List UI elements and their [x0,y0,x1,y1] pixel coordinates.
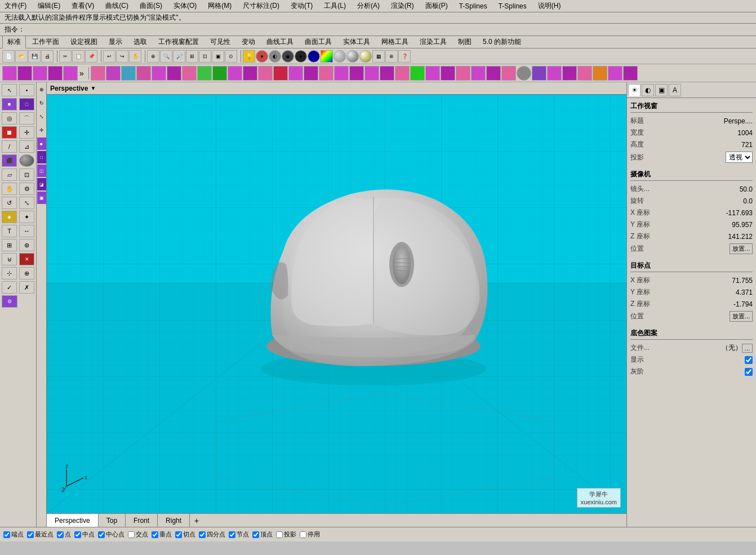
rotate-icon[interactable]: ↺ [2,197,17,209]
tb2-purple3[interactable] [562,66,577,81]
snap-checkbox-停用[interactable] [300,531,306,538]
cross-tool[interactable]: ✛ [19,126,34,139]
stop-tool[interactable]: ⏹ [2,126,17,139]
tb2-5[interactable] [63,66,78,81]
tb2-4[interactable] [48,66,63,81]
tb2-green1[interactable] [197,66,212,81]
tb2-grid2[interactable] [364,66,379,81]
vp-tab-top[interactable]: Top [99,514,126,527]
prop-btn-tgt-pos[interactable]: 放置... [730,311,753,322]
tb2-grid5[interactable] [410,66,425,81]
tb2-grid6[interactable] [425,66,440,81]
tb-undo[interactable]: ↩ [103,50,115,63]
lt-move[interactable]: ⊕ [37,83,46,96]
tb-render-material2[interactable] [359,50,372,63]
tb2-green2[interactable] [212,66,227,81]
tb-new[interactable]: 📄 [2,50,15,63]
snap-checkbox-四分点[interactable] [199,531,206,538]
tb2-pink8[interactable] [243,66,257,81]
vp-tab-right[interactable]: Right [158,514,190,527]
lt-view1[interactable]: ■ [37,137,46,150]
tab-vpconfig[interactable]: 工作视窗配置 [153,35,204,48]
check-icon[interactable]: ✓ [2,281,17,294]
csg-icon[interactable]: ⊎ [2,253,17,265]
tb-zoomin[interactable]: 🔍 [160,50,172,63]
tb2-gray1[interactable] [517,66,531,81]
menu-mesh[interactable]: 网格(M) [206,1,234,11]
snap-checkbox-垂点[interactable] [152,531,158,538]
prop-btn-cam-pos[interactable]: 放置... [730,243,753,254]
tb2-pink2[interactable] [106,66,121,81]
menu-transform[interactable]: 变动(T) [288,1,315,11]
tb-zoomext[interactable]: ⊞ [186,50,198,63]
arc-tool[interactable]: ⌒ [19,112,34,125]
tb2-grid3[interactable] [380,66,394,81]
tb2-grid4[interactable] [395,66,410,81]
tab-rendertools[interactable]: 渲染工具 [415,35,452,48]
cross2-icon[interactable]: ✗ [19,281,34,294]
tb2-pink1[interactable] [91,66,105,81]
poly-tool[interactable]: ⊿ [19,140,34,153]
prop-select-projection[interactable]: 透视 平行 [726,152,753,163]
tab-display[interactable]: 显示 [104,35,127,48]
tb-zoomout[interactable]: 🔎 [173,50,185,63]
tb2-pink3[interactable] [136,66,151,81]
snap-checkbox-中心点[interactable] [98,531,105,538]
lt-view4[interactable]: ◪ [37,178,46,190]
dot-tool[interactable]: • [19,84,34,96]
lt-toggle[interactable]: ▣ [37,192,46,204]
tb-print[interactable]: 🖨 [41,50,54,63]
tb2-pink15[interactable] [608,66,622,81]
hand-icon[interactable]: ✋ [2,183,17,195]
menu-tools[interactable]: 工具(L) [322,1,348,11]
point2-icon[interactable]: ⊡ [19,168,34,181]
tab-curvetools[interactable]: 曲线工具 [261,35,299,48]
menu-tsplines2[interactable]: T-Splines [496,2,529,11]
menu-surface[interactable]: 曲面(S) [137,1,164,11]
lt-gumball[interactable]: ✛ [37,124,46,136]
tb2-pink4[interactable] [152,66,166,81]
menu-file[interactable]: 文件(F) [2,1,29,11]
tab-surfacetools[interactable]: 曲面工具 [300,35,337,48]
tb2-orange1[interactable] [593,66,607,81]
tb-extra2[interactable]: ⊛ [385,50,398,63]
menu-view[interactable]: 查看(V) [69,1,96,11]
tb2-pink5[interactable] [167,66,181,81]
rp-tab-material[interactable]: ◐ [642,84,654,96]
tb-render-b5[interactable] [308,50,320,63]
tb-redo[interactable]: ↪ [116,50,128,63]
lt-view2[interactable]: □ [37,151,46,163]
menu-panel[interactable]: 面板(P) [423,1,450,11]
tb2-pink7[interactable] [228,66,242,81]
tb2-3[interactable] [33,66,47,81]
tab-standard[interactable]: 标准 [2,35,26,48]
command-input[interactable] [25,26,751,34]
tb2-grid7[interactable] [441,66,455,81]
tb2-teal1[interactable] [121,66,136,81]
tab-drafting[interactable]: 制图 [453,35,477,48]
menu-help[interactable]: 说明(H) [536,1,563,11]
tb2-more[interactable]: » [78,69,85,78]
analyze-icon[interactable]: ⊕ [19,267,34,279]
cube3-icon[interactable]: ⬛ [2,154,17,167]
tb-extra1[interactable]: ▦ [372,50,385,63]
sphere-icon[interactable]: ● [19,154,34,167]
cube-icon[interactable]: ■ [2,98,17,110]
tab-meshtools[interactable]: 网格工具 [376,35,413,48]
line-tool[interactable]: / [2,140,17,153]
lt-rotate2[interactable]: ↻ [37,97,46,109]
tb-render-color[interactable] [321,50,333,63]
lt-scale2[interactable]: ⤡ [37,110,46,123]
tb-render-b3[interactable]: ◉ [282,50,294,63]
menu-analyze[interactable]: 分析(A) [355,1,382,11]
select-tool[interactable]: ↖ [2,84,17,96]
snap-checkbox-交点[interactable] [128,531,135,538]
tb2-pink6[interactable] [182,66,197,81]
scale-icon[interactable]: ⤡ [19,197,34,209]
cube2-icon[interactable]: □ [19,98,34,110]
tb2-purple4[interactable] [577,66,592,81]
snap-checkbox-投影[interactable] [276,531,283,538]
vp-tab-add[interactable]: + [190,514,203,527]
menu-dim[interactable]: 尺寸标注(D) [241,1,282,11]
tb2-pink16[interactable] [623,66,638,81]
